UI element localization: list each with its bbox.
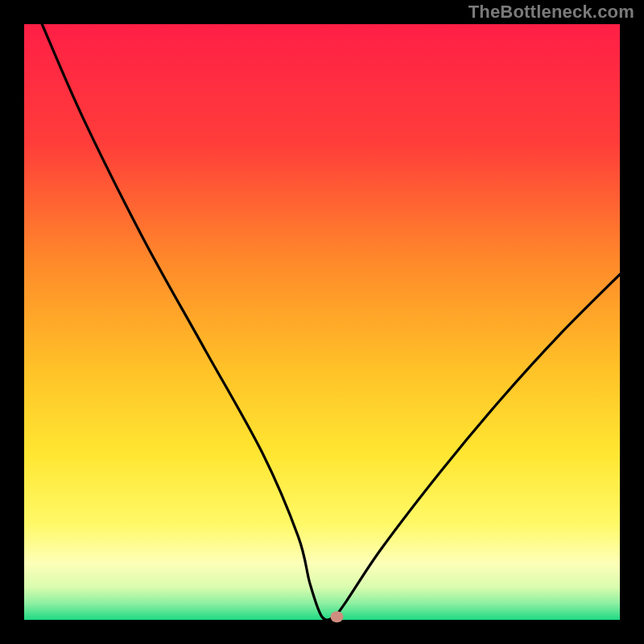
chart-stage: TheBottleneck.com bbox=[0, 0, 644, 644]
plot-background-gradient bbox=[24, 24, 620, 620]
bottleneck-chart bbox=[0, 0, 644, 644]
watermark-text: TheBottleneck.com bbox=[469, 2, 634, 23]
optimal-point-marker bbox=[331, 611, 344, 622]
